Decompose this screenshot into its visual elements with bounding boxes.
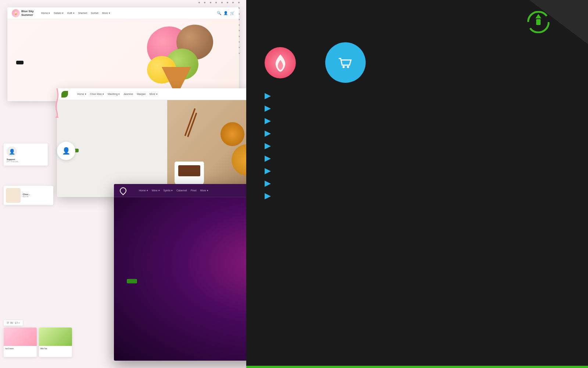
feature-arrow-8: ▶ [265, 192, 271, 200]
orange-slice-2 [232, 144, 246, 176]
coffee-liquid [178, 165, 200, 176]
pink-drip-decoration [50, 88, 64, 118]
flame-icon [271, 53, 290, 73]
user-badge-overlay: 👤 [57, 142, 75, 160]
sc3-cta[interactable] [127, 279, 137, 283]
support-subtext: 24*7 Free deli... [7, 160, 45, 163]
feature-arrow-0: ▶ [265, 92, 271, 100]
feature-item-0: ▶ [265, 90, 570, 101]
feature-item-3: ▶ [265, 128, 570, 139]
orange-slice-3 [220, 122, 244, 146]
sc1-logo-text: Blue SkySummer [21, 10, 34, 17]
sc3-hero-text [127, 273, 137, 285]
support-card: 👤 Support 24*7 Free deli... [4, 144, 48, 166]
feature-item-8: ▶ [265, 190, 570, 201]
shopping-cart-icon [325, 42, 366, 83]
feature-item-4: ▶ [265, 140, 570, 151]
wine-visual [228, 190, 246, 361]
feature-item-7: ▶ [265, 178, 570, 189]
product-price: $12.99 [23, 195, 30, 198]
feature-item-6: ▶ [265, 165, 570, 176]
features-list: ▶ ▶ ▶ ▶ ▶ ▶ ▶ ▶ [265, 90, 570, 201]
small-card-2: Milk Tea [39, 328, 72, 357]
feature-item-2: ▶ [265, 115, 570, 126]
feature-arrow-2: ▶ [265, 117, 271, 125]
sc2-hero [57, 100, 246, 197]
sc3-logo [120, 187, 132, 194]
svg-point-6 [347, 66, 349, 68]
sc1-nav-links: Home ▾ Gelato ▾ Kulfi ▾ Sherbet Sorbet M… [41, 12, 110, 15]
coffee-cup [175, 162, 204, 185]
sc3-nav-links: Home ▾ Wine ▾ Spirits ▾ Cabernet Pinot M… [139, 189, 208, 192]
left-panel: const dotPattern = document.querySelecto… [0, 0, 246, 368]
sc2-nav-links: Home ▾ Chun Mee ▾ Maofeng ▾ Jasmine Maoj… [77, 93, 158, 96]
support-avatar: 👤 [7, 146, 17, 157]
small-card-image-1 [4, 328, 37, 346]
feature-arrow-6: ▶ [265, 167, 271, 175]
sc3-navbar: Home ▾ Wine ▾ Spirits ▾ Cabernet Pinot M… [114, 184, 246, 197]
svg-rect-3 [536, 19, 541, 25]
tb-logo [527, 11, 549, 33]
rating-bar: ⏱ 78 · 17 ★ [4, 320, 23, 326]
feature-arrow-5: ▶ [265, 154, 271, 162]
green-accent-bar [246, 366, 588, 368]
feature-arrow-4: ▶ [265, 142, 271, 150]
sc1-cta[interactable] [16, 61, 24, 64]
sc1-hero-text [16, 55, 24, 66]
sc1-ice-cream-visual [136, 19, 232, 100]
screenshot-wine: Home ▾ Wine ▾ Spirits ▾ Cabernet Pinot M… [114, 184, 246, 361]
feature-item-5: ▶ [265, 153, 570, 164]
feature-arrow-7: ▶ [265, 179, 271, 187]
svg-point-0 [55, 116, 58, 118]
sc2-coffee-visual [167, 100, 246, 197]
screenshot-ice-cream: 🍦 Blue SkySummer Home ▾ Gelato ▾ Kulfi ▾… [7, 7, 239, 101]
svg-marker-2 [535, 14, 541, 18]
small-card-label-2: Milk Tea [39, 346, 72, 351]
sc3-hero [114, 197, 246, 361]
cinnamon-sticks [184, 108, 196, 137]
sc2-navbar: Home ▾ Chun Mee ▾ Maofeng ▾ Jasmine Maoj… [57, 88, 246, 100]
product-card: Choc... $12.99 [4, 186, 53, 205]
sc1-navbar: 🍦 Blue SkySummer Home ▾ Gelato ▾ Kulfi ▾… [7, 7, 239, 19]
bottom-cards: Ice Cream Milk Tea [4, 328, 72, 357]
feature-arrow-3: ▶ [265, 129, 271, 137]
ice-cream-image [136, 19, 232, 100]
small-card-1: Ice Cream [4, 328, 37, 357]
feature-item-1: ▶ [265, 103, 570, 114]
svg-point-5 [343, 66, 345, 68]
product-image [6, 188, 21, 203]
sc1-logo-icon: 🍦 [12, 9, 20, 17]
svg-point-4 [337, 54, 354, 71]
small-card-image-2 [39, 328, 72, 346]
right-panel: ▶ ▶ ▶ ▶ ▶ ▶ ▶ ▶ [246, 0, 588, 368]
sc3-logo-icon [118, 186, 128, 195]
sc1-logo: 🍦 Blue SkySummer [12, 9, 34, 17]
tb-logo-icon [527, 11, 549, 33]
small-card-label-1: Ice Cream [4, 346, 37, 351]
screenshot-tea: Home ▾ Chun Mee ▾ Maofeng ▾ Jasmine Maoj… [57, 88, 246, 197]
uptown-logo-circle [265, 47, 296, 78]
template-bunch-header [265, 11, 570, 33]
cart-svg [336, 53, 356, 72]
feature-arrow-1: ▶ [265, 104, 271, 112]
sc1-nav-icons: 🔍👤🛒 [217, 11, 234, 15]
uptown-row [265, 42, 570, 83]
